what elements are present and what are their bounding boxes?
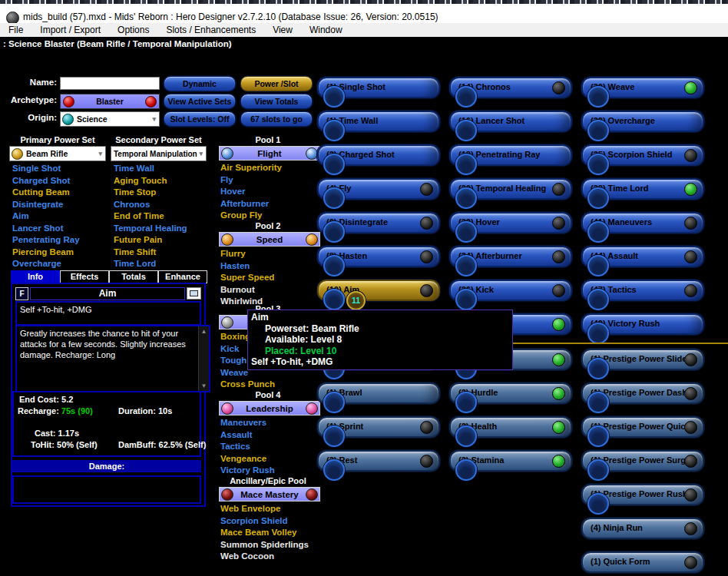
enhancement-slot[interactable] [323, 86, 345, 108]
dynamic-button[interactable]: Dynamic [164, 76, 236, 91]
tab-info[interactable]: Info [11, 270, 60, 283]
powerset-list-item[interactable]: Future Pain [114, 234, 187, 247]
powerset-list-item[interactable]: Aim [12, 210, 80, 223]
tab-totals[interactable]: Totals [109, 270, 158, 283]
enhancement-slot[interactable] [587, 323, 609, 344]
menu-item-options[interactable]: Options [109, 23, 157, 37]
archetype-dropdown[interactable]: Blaster [60, 94, 160, 109]
pool-power-item[interactable]: Group Fly [220, 210, 262, 222]
pool-power-item[interactable]: Weave [220, 367, 248, 379]
powerset-list-item[interactable]: End of Time [114, 210, 187, 223]
enhancement-slot[interactable] [587, 221, 609, 243]
enhancement-slot[interactable] [323, 187, 345, 209]
enhancement-slot[interactable] [587, 459, 609, 481]
enhancement-slot[interactable] [323, 154, 345, 175]
menu-item-window[interactable]: Window [301, 23, 351, 37]
menu-item-file[interactable]: File [0, 23, 31, 37]
powerset-list-item[interactable]: Time Shift [114, 247, 187, 259]
enhancement-slot[interactable] [455, 187, 477, 209]
enhancement-slot[interactable] [587, 425, 609, 447]
pool-power-item[interactable]: Cross Punch [220, 379, 275, 391]
enhancement-slot[interactable] [455, 154, 477, 175]
pool-power-item[interactable]: Summon Spiderlings [220, 539, 309, 551]
enhancement-slot[interactable] [455, 392, 477, 413]
enhancement-slot[interactable] [455, 120, 477, 141]
powerset-list-item[interactable]: Disintegrate [12, 199, 80, 211]
enhancement-slot[interactable] [455, 459, 477, 481]
enhancement-slot[interactable] [587, 493, 609, 515]
powerset-list-item[interactable]: Lancer Shot [12, 223, 80, 235]
powerset-list-item[interactable]: Overcharge [12, 258, 80, 270]
enhancement-slot[interactable] [455, 255, 477, 276]
pool-power-item[interactable]: Afterburner [220, 198, 269, 210]
enhancement-slot[interactable] [323, 425, 345, 447]
pool-power-item[interactable]: Web Envelope [220, 503, 280, 515]
powerset-list-item[interactable]: Temporal Healing [114, 223, 187, 235]
scrollbar[interactable]: ▲ ▼ [198, 326, 209, 391]
enhancement-slot[interactable] [323, 289, 345, 310]
origin-dropdown[interactable]: Science ▾ [60, 111, 160, 127]
favorite-button[interactable]: F [15, 287, 28, 300]
powerset-list-item[interactable]: Time Stop [114, 187, 187, 199]
powerset-list-item[interactable]: Single Shot [12, 163, 80, 175]
powerset-list-item[interactable]: Time Wall [114, 163, 187, 175]
pool-power-item[interactable]: Air Superiority [220, 162, 282, 174]
menu-item-slots-enhancements[interactable]: Slots / Enhancements [157, 23, 264, 37]
enhancement-slot[interactable] [455, 86, 477, 108]
pool-power-item[interactable]: Super Speed [220, 272, 274, 284]
enhancement-slot[interactable] [323, 221, 345, 243]
pool-power-item[interactable]: Web Cocoon [220, 551, 274, 563]
powerset-list-item[interactable]: Time Lord [114, 258, 187, 270]
pool-power-item[interactable]: Maneuvers [220, 417, 266, 429]
tab-enhance[interactable]: Enhance [158, 270, 207, 283]
pool-power-item[interactable]: Tactics [220, 441, 250, 453]
pool-power-item[interactable]: Hover [220, 186, 246, 198]
pool-power-item[interactable]: Victory Rush [220, 465, 275, 477]
powerset-list-item[interactable]: Charged Shot [12, 175, 80, 187]
enhancement-slot[interactable] [323, 255, 345, 276]
pool-header[interactable]: Leadership [219, 401, 320, 415]
tab-effects[interactable]: Effects [60, 270, 109, 283]
enhancement-slot[interactable] [455, 289, 477, 310]
pool-power-item[interactable]: Scorpion Shield [220, 515, 288, 528]
pool-power-item[interactable]: Boxing [220, 331, 250, 343]
pool-power-item[interactable]: Assault [220, 429, 253, 442]
enhancement-slot[interactable] [323, 459, 345, 481]
enhancement-slot[interactable] [587, 289, 609, 310]
powerset-list-item[interactable]: Piercing Beam [12, 247, 80, 259]
enhancement-slot[interactable] [587, 187, 609, 209]
pool-header[interactable]: Mace Mastery [219, 487, 320, 502]
pool-power-item[interactable]: Vengeance [220, 453, 266, 465]
enhancement-slot[interactable] [587, 154, 609, 175]
pool-power-item[interactable]: Tough [220, 355, 247, 367]
powerset-list-item[interactable]: Aging Touch [114, 175, 187, 187]
enhancement-slot[interactable] [323, 120, 345, 141]
scroll-up-icon[interactable]: ▲ [199, 327, 209, 336]
pool-header[interactable]: Flight [219, 146, 320, 161]
pool-header[interactable]: Speed [219, 232, 320, 247]
enhancement-slot[interactable] [587, 358, 609, 379]
power-bar[interactable]: (4) Ninja Run [581, 518, 704, 539]
powerset-list-item[interactable]: Penetrating Ray [12, 234, 80, 247]
enhancement-slot[interactable] [587, 255, 609, 276]
primary-set-dropdown[interactable]: Beam Rifle ▾ [9, 146, 106, 161]
slots-to-go-button[interactable]: 67 slots to go [240, 111, 313, 127]
powerset-list-item[interactable]: Chronos [114, 199, 187, 211]
menu-item-view[interactable]: View [264, 23, 301, 37]
pool-power-item[interactable]: Mace Beam Volley [220, 527, 297, 539]
power-slot-button[interactable]: Power /Slot [240, 76, 313, 91]
menu-item-import-export[interactable]: Import / Export [31, 23, 109, 37]
enhancement-slot[interactable] [587, 120, 609, 141]
power-bar[interactable]: (1) Quick Form [581, 551, 704, 573]
slot-levels-button[interactable]: Slot Levels: Off [164, 111, 236, 127]
enhancement-slot[interactable] [323, 392, 345, 413]
pool-power-item[interactable]: Burnout [220, 284, 255, 296]
pool-power-item[interactable]: Flurry [220, 248, 246, 260]
scroll-down-icon[interactable]: ▼ [199, 382, 209, 390]
enhancement-slot[interactable] [455, 425, 477, 447]
enhancement-slot[interactable] [455, 221, 477, 243]
pool-power-item[interactable]: Fly [220, 174, 233, 187]
pool-power-item[interactable]: Kick [220, 343, 239, 356]
powerset-list-item[interactable]: Cutting Beam [12, 187, 80, 199]
pool-power-item[interactable]: Hasten [220, 260, 250, 273]
